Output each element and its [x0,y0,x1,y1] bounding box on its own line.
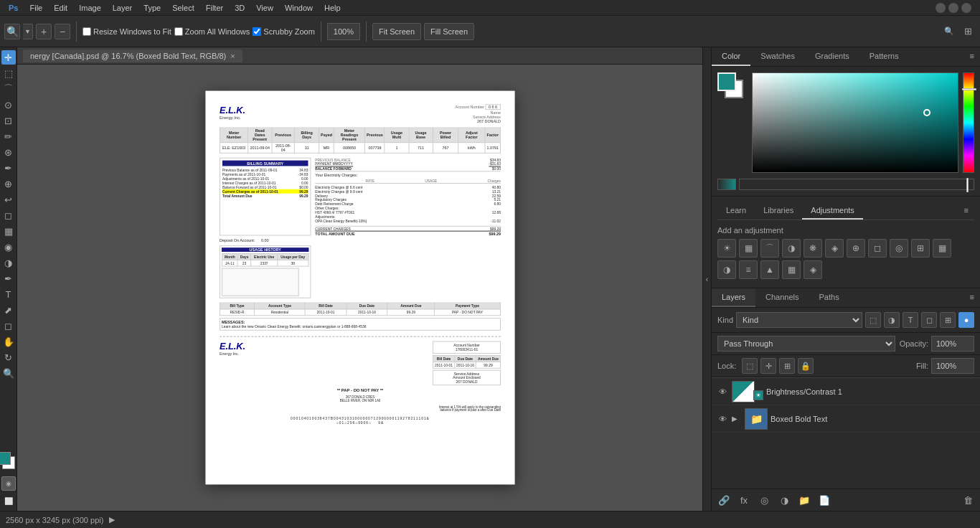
menu-type[interactable]: Type [138,2,166,14]
layer-pixel-filter[interactable]: ⬚ [865,312,881,328]
move-tool[interactable]: ✛ [1,50,16,65]
menu-layer[interactable]: Layer [107,2,138,14]
adj-exposure[interactable]: ◑ [782,239,801,258]
maximize-button[interactable] [948,3,958,13]
menu-filter[interactable]: Filter [200,2,229,14]
layer-shape-filter[interactable]: ◻ [921,312,937,328]
alpha-slider[interactable] [739,179,974,190]
menu-select[interactable]: Select [166,2,200,14]
menu-help[interactable]: Help [319,2,347,14]
rotate-tool[interactable]: ↻ [1,350,16,364]
tab-swatches[interactable]: Swatches [750,47,805,66]
zoom-tool[interactable]: 🔍 [4,24,20,39]
layer-row[interactable]: 👁 ☀ Brightness/Contrast 1 [712,378,980,405]
pen-tool[interactable]: ✒ [1,271,16,286]
minimize-button[interactable] [936,3,946,13]
fill-screen-button[interactable]: Fill Screen [424,23,474,40]
color-spectrum[interactable] [752,72,958,173]
resize-windows-checkbox[interactable]: Resize Windows to Fit [83,27,171,36]
adj-tab-libraries[interactable]: Libraries [755,202,802,220]
hand-tool[interactable]: ✋ [1,334,16,349]
selection-tool[interactable]: ⬚ [1,66,16,80]
menu-view[interactable]: View [250,2,279,14]
adj-vibrance[interactable]: ❋ [804,239,822,258]
adj-channel-mixer[interactable]: ⊞ [911,239,930,258]
menu-image[interactable]: Image [73,2,107,14]
search-button[interactable]: 🔍 [941,24,957,39]
foreground-color-swatch[interactable] [0,452,11,465]
zoom-options[interactable]: ▼ [23,24,33,39]
lock-all[interactable]: 🔒 [798,358,814,374]
layers-tab-paths[interactable]: Paths [809,288,849,307]
link-layers[interactable]: 🔗 [716,492,732,508]
lasso-tool[interactable]: ⌒ [1,82,16,96]
layer-smart-filter[interactable]: ⊞ [940,312,956,328]
layers-tab-channels[interactable]: Channels [755,288,809,307]
zoom-level-display[interactable]: 100% [327,23,360,40]
opacity-value[interactable]: 100% [931,336,974,352]
adj-tab-adjustments[interactable]: Adjustments [802,202,863,220]
zoom-all-input[interactable] [174,27,183,36]
adj-hsl[interactable]: ◈ [825,239,844,258]
blend-mode-select[interactable]: Pass Through [717,336,895,352]
adj-curves[interactable]: ⌒ [760,239,779,258]
eyedropper-tool[interactable]: ✏ [1,129,16,143]
menu-3d[interactable]: 3D [229,2,250,14]
adj-threshold[interactable]: ▲ [760,260,779,279]
resize-windows-input[interactable] [83,27,91,36]
hue-slider-vertical[interactable] [963,72,974,173]
quick-mask-toggle[interactable]: ◉ [1,476,16,491]
zoom-tool-left[interactable]: 🔍 [1,366,16,380]
kind-select[interactable]: Kind [736,312,862,328]
document-tab[interactable]: nergy [Canada].psd @ 16.7% (Boxed Bold T… [23,50,242,62]
path-select-tool[interactable]: ⬈ [1,303,16,317]
fit-screen-button[interactable]: Fit Screen [372,23,421,40]
text-tool[interactable]: T [1,287,16,301]
scrubby-zoom-input[interactable] [253,27,261,36]
layers-tab-layers[interactable]: Layers [712,288,755,307]
fill-value[interactable]: 100% [931,358,974,374]
adj-posterize[interactable]: ≡ [739,260,758,279]
foreground-swatch-small[interactable] [717,72,736,91]
ps-logo[interactable]: Ps [3,2,24,14]
blur-tool[interactable]: ◉ [1,240,16,254]
brush-tool[interactable]: ✒ [1,161,16,175]
create-adjustment[interactable]: ◑ [776,492,792,508]
lock-position[interactable]: ✛ [760,358,776,374]
tab-gradients[interactable]: Gradients [805,47,859,66]
clone-tool[interactable]: ⊕ [1,176,16,191]
menu-window[interactable]: Window [279,2,319,14]
right-panel-collapse[interactable]: ‹ [702,47,711,511]
quick-select-tool[interactable]: ⊙ [1,98,16,112]
tab-color[interactable]: Color [712,47,750,66]
status-arrow[interactable]: ▶ [109,515,115,524]
layer-visibility-brightness[interactable]: 👁 [716,385,729,398]
color-panel-menu[interactable]: ≡ [964,47,980,66]
menu-edit[interactable]: Edit [48,2,73,14]
scrubby-zoom-checkbox[interactable]: Scrubby Zoom [253,27,315,36]
layer-filter-toggle[interactable]: ● [958,312,974,328]
lock-pixels[interactable]: ⬚ [742,358,758,374]
tab-close[interactable]: × [230,52,235,60]
adj-brightness-contrast[interactable]: ☀ [717,239,736,258]
workspace-button[interactable]: ⊞ [960,24,976,39]
lock-artboard[interactable]: ⊞ [779,358,795,374]
layer-adjustment-filter[interactable]: ◑ [884,312,900,328]
adj-photo-filter[interactable]: ◎ [890,239,908,258]
adj-invert[interactable]: ◑ [717,260,736,279]
dodge-tool[interactable]: ◑ [1,255,16,270]
color-swatches[interactable] [0,452,19,473]
eraser-tool[interactable]: ◻ [1,208,16,222]
shape-tool[interactable]: ◻ [1,319,16,333]
adj-color-lookup[interactable]: ▦ [933,239,951,258]
spot-heal-tool[interactable]: ⊛ [1,145,16,159]
crop-tool[interactable]: ⊡ [1,113,16,128]
history-brush-tool[interactable]: ↩ [1,192,16,207]
adj-selective-color[interactable]: ◈ [804,260,822,279]
create-new-layer[interactable]: 📄 [816,492,832,508]
layers-panel-menu[interactable]: ≡ [964,288,980,307]
add-layer-style[interactable]: fx [736,492,752,508]
adj-levels[interactable]: ▦ [739,239,758,258]
layer-type-filter[interactable]: T [903,312,918,328]
layer-expand-icon[interactable]: ▶ [732,415,742,423]
